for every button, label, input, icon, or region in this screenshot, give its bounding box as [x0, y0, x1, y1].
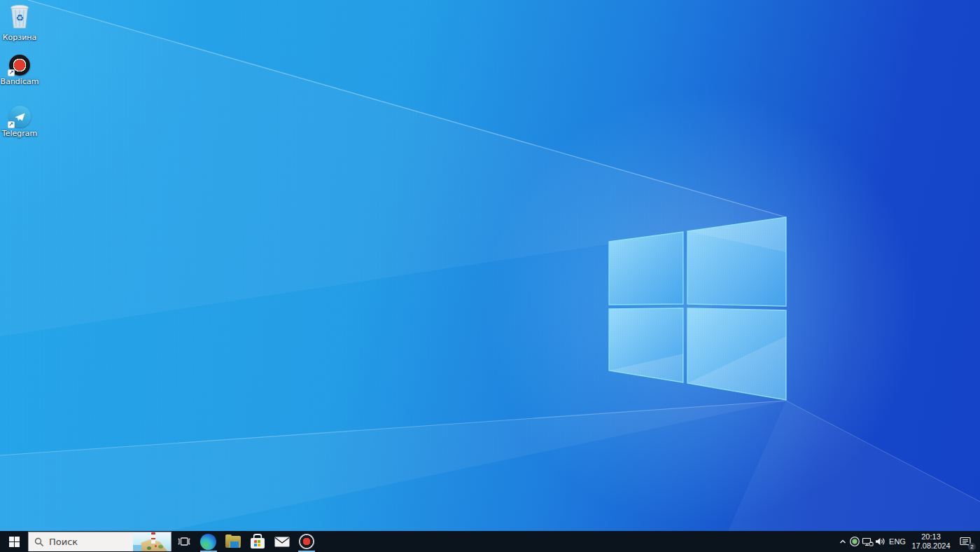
tray-network[interactable]	[861, 531, 874, 552]
windows-start-icon	[9, 537, 20, 547]
volume-icon	[874, 536, 886, 547]
tray-bandicam-status[interactable]	[848, 531, 861, 552]
task-view-icon	[177, 534, 191, 548]
search-icon	[34, 537, 44, 547]
clock-date: 17.08.2024	[911, 541, 950, 551]
shortcut-arrow-icon: ↗	[8, 69, 15, 76]
bush-shape	[158, 545, 163, 548]
desktop-icon-recycle-bin[interactable]: ♻ Корзина	[1, 3, 38, 42]
bandicam-icon: ↗	[9, 55, 30, 76]
taskbar-app-edge[interactable]	[196, 531, 220, 552]
taskbar-app-store[interactable]	[245, 531, 270, 552]
mail-icon	[274, 537, 290, 547]
action-center-button[interactable]: 2	[953, 531, 977, 552]
search-placeholder: Поиск	[49, 537, 78, 547]
start-button[interactable]	[0, 531, 28, 552]
desktop-icon-bandicam[interactable]: ↗ Bandicam	[1, 55, 38, 86]
tray-volume[interactable]	[874, 531, 886, 552]
lighthouse-shape	[151, 534, 155, 544]
chevron-up-icon	[839, 537, 847, 546]
desktop-icon-telegram[interactable]: ↗ Telegram	[1, 106, 38, 138]
windows-logo-wallpaper	[0, 0, 980, 531]
file-explorer-icon	[225, 536, 241, 548]
bandicam-icon	[299, 534, 314, 549]
telegram-icon: ↗	[9, 106, 31, 127]
system-tray: ENG 20:13 17.08.2024 2	[836, 531, 980, 552]
wallpaper	[0, 0, 980, 531]
network-icon	[862, 536, 874, 547]
desktop-icon-label: Bandicam	[1, 78, 39, 86]
bush-shape	[147, 546, 151, 550]
flower-dot-shape	[155, 545, 157, 547]
svg-text:♻: ♻	[15, 13, 24, 23]
taskbar-app-bandicam[interactable]	[294, 531, 318, 552]
notification-badge: 2	[968, 543, 976, 551]
edge-icon	[200, 534, 216, 550]
tray-show-hidden-icons-button[interactable]	[836, 531, 848, 552]
tray-language-indicator[interactable]: ENG	[886, 531, 909, 552]
task-view-button[interactable]	[172, 531, 196, 552]
clock-time: 20:13	[921, 532, 941, 541]
search-highlight-image[interactable]	[133, 532, 171, 551]
desktop: ♻ Корзина ↗ Bandicam ↗ Te	[0, 0, 980, 552]
search-input[interactable]: Поиск	[28, 532, 172, 551]
desktop-icon-label: Telegram	[2, 130, 37, 138]
shortcut-arrow-icon: ↗	[8, 121, 15, 128]
microsoft-store-icon	[251, 538, 265, 548]
desktop-icon-label: Корзина	[3, 34, 36, 42]
taskbar-app-file-explorer[interactable]	[220, 531, 245, 552]
taskbar-app-mail[interactable]	[270, 531, 294, 552]
tray-clock[interactable]: 20:13 17.08.2024	[909, 531, 953, 552]
recycle-bin-icon: ♻	[8, 3, 31, 32]
bandicam-tray-icon	[849, 536, 860, 547]
taskbar: Поиск	[0, 531, 980, 552]
